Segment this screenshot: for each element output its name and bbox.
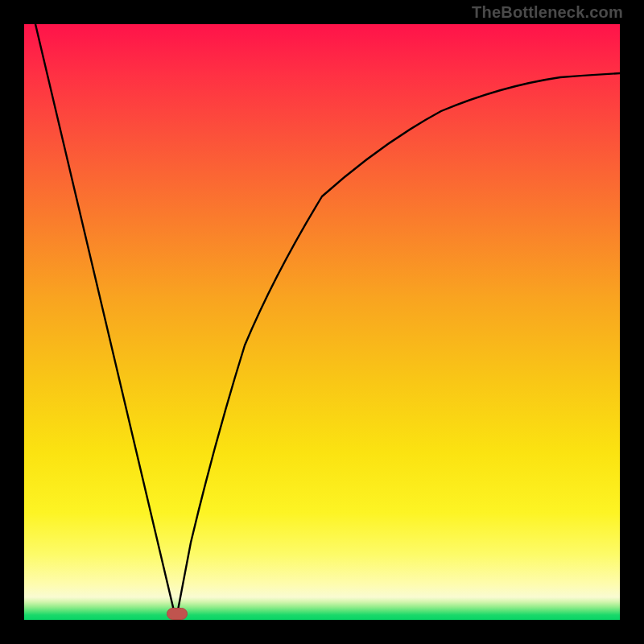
plot-area — [24, 24, 620, 620]
chart-frame: TheBottleneck.com — [0, 0, 644, 644]
bottleneck-curve — [24, 24, 620, 620]
watermark-text: TheBottleneck.com — [472, 3, 623, 22]
optimal-point-marker — [167, 608, 188, 620]
curve-path — [35, 24, 620, 620]
